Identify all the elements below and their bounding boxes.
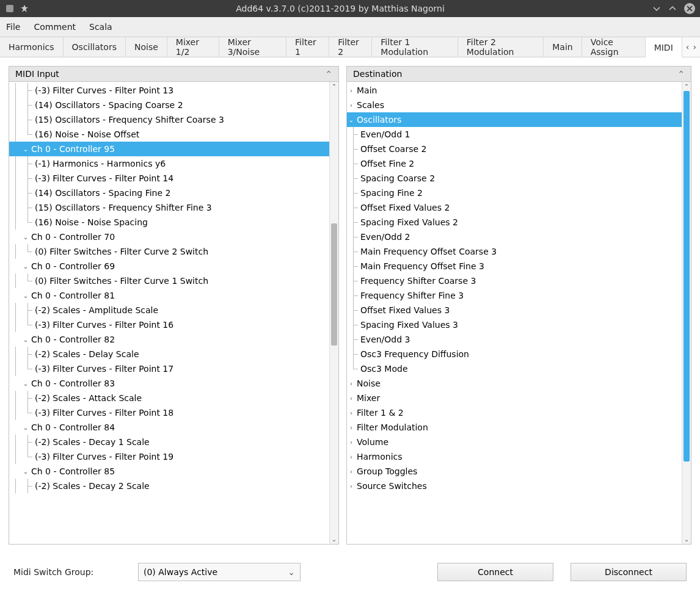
- chevron-right-icon[interactable]: ›: [347, 439, 355, 446]
- chevron-down-icon[interactable]: ⌄: [21, 380, 30, 387]
- tree-item[interactable]: ⌄Ch 0 - Controller 81: [9, 288, 329, 303]
- tree-item[interactable]: ⌄Ch 0 - Controller 70: [9, 230, 329, 244]
- tree-item[interactable]: Osc3 Mode: [347, 361, 682, 376]
- tab-scroll-right-icon[interactable]: ›: [693, 42, 696, 52]
- tree-item[interactable]: ›Filter Modulation: [347, 420, 682, 435]
- tree-item[interactable]: ›Noise: [347, 376, 682, 391]
- tree-item[interactable]: ⌄Ch 0 - Controller 85: [9, 464, 329, 479]
- tree-item[interactable]: Even/Odd 2: [347, 230, 682, 244]
- tree-item[interactable]: (-3) Filter Curves - Filter Point 13: [9, 83, 329, 98]
- tree-item[interactable]: (-1) Harmonics - Harmonics y6: [9, 156, 329, 171]
- tab-oscillators[interactable]: Oscillators: [64, 37, 126, 57]
- tree-item[interactable]: Spacing Fixed Values 3: [347, 317, 682, 332]
- chevron-right-icon[interactable]: ›: [347, 483, 355, 490]
- tree-item[interactable]: (0) Filter Switches - Filter Curve 1 Swi…: [9, 273, 329, 288]
- tree-item[interactable]: ›Harmonics: [347, 449, 682, 464]
- tree-item[interactable]: (14) Oscillators - Spacing Fine 2: [9, 186, 329, 200]
- tab-voice-assign[interactable]: Voice Assign: [582, 37, 646, 57]
- minimize-icon[interactable]: [652, 4, 661, 13]
- midi-input-scrollbar[interactable]: ⌃ ⌄: [329, 82, 338, 544]
- disconnect-button[interactable]: Disconnect: [571, 563, 687, 581]
- chevron-right-icon[interactable]: ›: [347, 454, 355, 460]
- chevron-right-icon[interactable]: ›: [347, 395, 355, 402]
- tree-item[interactable]: Frequency Shifter Coarse 3: [347, 273, 682, 288]
- scroll-up-icon[interactable]: ⌃: [682, 82, 691, 91]
- chevron-down-icon[interactable]: ⌄: [21, 336, 30, 343]
- tree-item[interactable]: Spacing Fixed Values 2: [347, 215, 682, 230]
- tab-harmonics[interactable]: Harmonics: [0, 37, 64, 57]
- chevron-right-icon[interactable]: ›: [347, 380, 355, 387]
- tree-item[interactable]: ›Mixer: [347, 391, 682, 405]
- tab-midi[interactable]: MIDI: [646, 38, 682, 57]
- scroll-down-icon[interactable]: ⌄: [682, 535, 691, 544]
- chevron-right-icon[interactable]: ›: [347, 468, 355, 475]
- tree-item[interactable]: Offset Fixed Values 2: [347, 200, 682, 215]
- chevron-down-icon[interactable]: ⌄: [21, 263, 30, 270]
- tree-item[interactable]: Offset Fixed Values 3: [347, 303, 682, 317]
- destination-scrollbar[interactable]: ⌃ ⌄: [682, 82, 691, 544]
- menu-scala[interactable]: Scala: [89, 22, 112, 32]
- tree-item[interactable]: ⌄Ch 0 - Controller 82: [9, 332, 329, 347]
- tree-item[interactable]: ⌄Ch 0 - Controller 95: [9, 142, 329, 156]
- tab-scroll-left-icon[interactable]: ‹: [686, 42, 690, 52]
- tree-item[interactable]: (-2) Scales - Attack Scale: [9, 391, 329, 405]
- tab-mixer-1-2[interactable]: Mixer 1/2: [167, 37, 219, 57]
- tab-filter-2[interactable]: Filter 2: [329, 37, 372, 57]
- tree-item[interactable]: (14) Oscillators - Spacing Coarse 2: [9, 98, 329, 112]
- tree-item[interactable]: ›Volume: [347, 435, 682, 449]
- tree-item[interactable]: ⌄Ch 0 - Controller 69: [9, 259, 329, 273]
- chevron-down-icon[interactable]: ⌄: [21, 292, 30, 299]
- pin-icon[interactable]: [21, 5, 28, 12]
- tree-item[interactable]: ⌄Ch 0 - Controller 83: [9, 376, 329, 391]
- menu-file[interactable]: File: [6, 22, 20, 32]
- chevron-right-icon[interactable]: ›: [347, 102, 355, 109]
- tree-item[interactable]: Main Frequency Offset Fine 3: [347, 259, 682, 273]
- tab-main[interactable]: Main: [544, 37, 582, 57]
- tree-item[interactable]: (16) Noise - Noise Spacing: [9, 215, 329, 230]
- tab-filter-2-modulation[interactable]: Filter 2 Modulation: [458, 37, 544, 57]
- scroll-thumb[interactable]: [331, 223, 337, 346]
- tree-item[interactable]: Offset Fine 2: [347, 156, 682, 171]
- tree-item[interactable]: (-2) Scales - Delay Scale: [9, 347, 329, 361]
- tab-filter-1[interactable]: Filter 1: [286, 37, 329, 57]
- destination-tree[interactable]: ›Main›Scales⌄OscillatorsEven/Odd 1Offset…: [347, 82, 682, 544]
- chevron-down-icon[interactable]: ⌄: [21, 468, 30, 475]
- tab-mixer-3-noise[interactable]: Mixer 3/Noise: [219, 37, 286, 57]
- chevron-down-icon[interactable]: ⌄: [21, 146, 30, 153]
- tree-item[interactable]: ›Main: [347, 83, 682, 98]
- midi-switch-group-combo[interactable]: (0) Always Active ⌄: [138, 563, 301, 581]
- destination-header[interactable]: Destination ⌃: [347, 67, 691, 82]
- chevron-down-icon[interactable]: ⌄: [21, 234, 30, 241]
- tree-item[interactable]: (-2) Scales - Decay 1 Scale: [9, 435, 329, 449]
- tree-item[interactable]: (0) Filter Switches - Filter Curve 2 Swi…: [9, 244, 329, 259]
- tree-item[interactable]: ›Source Switches: [347, 479, 682, 493]
- tree-item[interactable]: Spacing Fine 2: [347, 186, 682, 200]
- tree-item[interactable]: (16) Noise - Noise Offset: [9, 127, 329, 142]
- tree-item[interactable]: Offset Coarse 2: [347, 142, 682, 156]
- tree-item[interactable]: ›Group Toggles: [347, 464, 682, 479]
- tree-item[interactable]: (-2) Scales - Amplitude Scale: [9, 303, 329, 317]
- tree-item[interactable]: (-3) Filter Curves - Filter Point 14: [9, 171, 329, 186]
- tree-item[interactable]: ⌄Oscillators: [347, 112, 682, 127]
- tree-item[interactable]: ›Filter 1 & 2: [347, 405, 682, 420]
- chevron-down-icon[interactable]: ⌄: [21, 424, 30, 431]
- tree-item[interactable]: (-2) Scales - Decay 2 Scale: [9, 479, 329, 493]
- tree-item[interactable]: (15) Oscillators - Frequency Shifter Coa…: [9, 112, 329, 127]
- connect-button[interactable]: Connect: [437, 563, 553, 581]
- scroll-up-icon[interactable]: ⌃: [330, 82, 338, 91]
- midi-input-tree[interactable]: (-3) Filter Curves - Filter Point 13(14)…: [9, 82, 329, 544]
- chevron-right-icon[interactable]: ›: [347, 87, 355, 94]
- tree-item[interactable]: Even/Odd 3: [347, 332, 682, 347]
- chevron-down-icon[interactable]: ⌄: [347, 117, 355, 123]
- maximize-icon[interactable]: [668, 4, 677, 13]
- tab-filter-1-modulation[interactable]: Filter 1 Modulation: [372, 37, 458, 57]
- tree-item[interactable]: ⌄Ch 0 - Controller 84: [9, 420, 329, 435]
- tree-item[interactable]: (15) Oscillators - Frequency Shifter Fin…: [9, 200, 329, 215]
- tree-item[interactable]: (-3) Filter Curves - Filter Point 16: [9, 317, 329, 332]
- scroll-down-icon[interactable]: ⌄: [330, 535, 338, 544]
- chevron-right-icon[interactable]: ›: [347, 410, 355, 416]
- tree-item[interactable]: Osc3 Frequency Diffusion: [347, 347, 682, 361]
- tree-item[interactable]: (-3) Filter Curves - Filter Point 17: [9, 361, 329, 376]
- tree-item[interactable]: (-3) Filter Curves - Filter Point 18: [9, 405, 329, 420]
- tree-item[interactable]: ›Scales: [347, 98, 682, 112]
